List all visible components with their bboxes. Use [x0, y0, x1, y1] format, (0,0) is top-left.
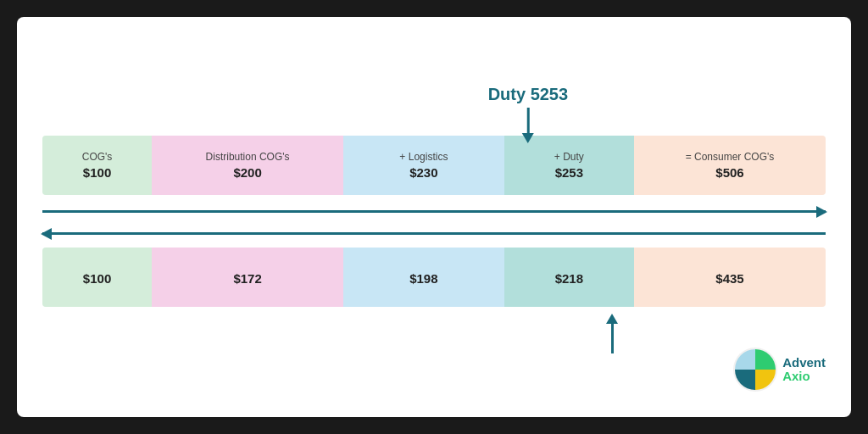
top-value-consumer: $506: [715, 165, 743, 180]
duty-label-container: Duty 5253: [488, 85, 569, 143]
bot-block-consumer: $435: [634, 248, 826, 307]
top-block-duty: + Duty $253: [504, 136, 634, 195]
main-content: Duty 5253 COG's $100 Distribution COG's …: [42, 34, 826, 307]
top-block-cogs: COG's $100: [42, 136, 152, 195]
logo-line1: Advent: [782, 356, 826, 370]
bottom-blocks-row: $100 $172 $198 $218 $435: [42, 248, 826, 307]
top-value-log: $230: [409, 165, 437, 180]
bottom-section: $100 $172 $198 $218 $435: [42, 248, 826, 307]
duty-label-text: Duty 5253: [488, 85, 569, 103]
bot-block-dist: $172: [152, 248, 343, 307]
top-annotation: Duty 5253: [42, 85, 826, 136]
bot-value-consumer: $435: [715, 271, 743, 286]
top-label-consumer: = Consumer COG's: [686, 151, 775, 163]
down-arrow: [488, 108, 569, 143]
bot-block-duty: $218: [504, 248, 634, 307]
top-block-log: + Logistics $230: [343, 136, 504, 195]
bot-value-cogs: $100: [83, 271, 111, 286]
logo-text-container: Advent Axio: [782, 356, 826, 384]
top-label-log: + Logistics: [399, 151, 448, 163]
chart-container: Duty 5253 COG's $100 Distribution COG's …: [17, 17, 851, 417]
right-arrow: [42, 210, 826, 213]
bot-value-dist: $172: [233, 271, 261, 286]
left-arrow: [42, 232, 826, 235]
top-label-duty: + Duty: [554, 151, 584, 163]
top-block-consumer: = Consumer COG's $506: [634, 136, 826, 195]
logo-line2: Axio: [782, 370, 826, 384]
bot-block-log: $198: [343, 248, 504, 307]
top-label-dist: Distribution COG's: [206, 151, 290, 163]
logo-container: Advent Axio: [733, 348, 826, 392]
bot-block-cogs: $100: [42, 248, 152, 307]
top-value-dist: $200: [233, 165, 261, 180]
top-value-duty: $253: [555, 165, 583, 180]
right-arrow-row: [42, 203, 826, 219]
left-arrow-row: [42, 225, 826, 241]
bot-value-duty: $218: [555, 271, 583, 286]
top-value-cogs: $100: [83, 165, 111, 180]
top-label-cogs: COG's: [82, 151, 113, 163]
top-blocks-row: COG's $100 Distribution COG's $200 + Log…: [42, 136, 826, 195]
advent-axio-logo-icon: [733, 348, 777, 392]
bot-value-log: $198: [409, 271, 437, 286]
up-arrow-container: [606, 314, 618, 353]
top-block-dist: Distribution COG's $200: [152, 136, 343, 195]
